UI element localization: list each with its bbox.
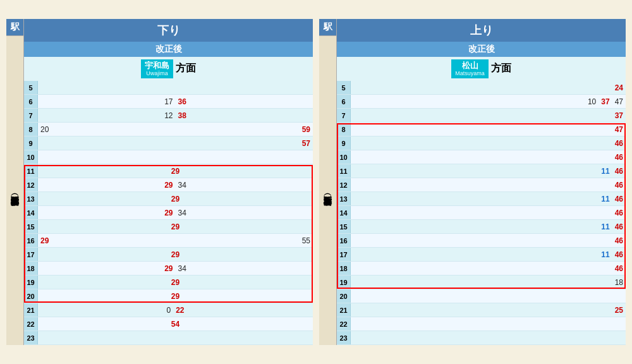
minutes-cell: 29 [38, 292, 313, 301]
right-destination-box: 松山 Matsuyama [451, 59, 489, 78]
minutes-cell: 1146 [351, 167, 626, 176]
table-row: 21022 [24, 303, 313, 317]
table-row: 2029 [24, 289, 313, 303]
minute-value: 47 [615, 97, 623, 106]
left-destination-ruby: Uwajima [146, 70, 168, 77]
hour-cell: 5 [337, 81, 351, 94]
table-row: 23 [337, 331, 626, 345]
left-direction-header: 下り [24, 19, 313, 42]
minute-value: 29 [171, 195, 179, 203]
table-row: 1646 [337, 234, 626, 248]
hour-cell: 11 [337, 164, 351, 178]
hour-cell: 10 [337, 150, 351, 164]
table-row: 171146 [337, 248, 626, 262]
minute-value: 11 [601, 222, 609, 231]
minute-value: 57 [302, 139, 310, 148]
minute-value: 11 [601, 195, 609, 203]
hour-cell: 18 [24, 262, 38, 275]
hour-cell: 9 [337, 136, 351, 150]
minutes-cell: 46 [351, 264, 626, 273]
left-revision-header: 改正後 [24, 42, 313, 57]
left-timetable: 5617367123882059957101129122934132914293… [24, 81, 313, 345]
minutes-cell: 46 [351, 153, 626, 162]
minutes-cell: 29 [38, 250, 313, 259]
minute-value: 11 [601, 167, 609, 176]
left-station-header-label: 駅 [6, 19, 23, 36]
hour-cell: 12 [337, 178, 351, 191]
hour-cell: 8 [24, 123, 38, 136]
minute-value: 24 [615, 83, 623, 92]
hour-cell: 23 [337, 331, 351, 344]
minute-value: 18 [615, 278, 623, 287]
table-row: 23 [24, 331, 313, 345]
table-row: 71238 [24, 109, 313, 123]
minute-value: 20 [40, 125, 49, 134]
minute-value: 29 [171, 278, 179, 287]
hour-cell: 16 [24, 234, 38, 247]
hour-cell: 10 [24, 150, 38, 164]
table-row: 6103747 [337, 95, 626, 109]
minutes-cell: 2934 [38, 181, 313, 190]
hour-cell: 9 [24, 136, 38, 150]
right-panel: 駅 宇和島駅（松山方面） 上り 改正後 松山 Matsuyama 方面 5246… [319, 19, 626, 345]
hour-cell: 20 [24, 289, 38, 303]
left-destination-box: 宇和島 Uwajima [141, 59, 173, 78]
minute-value: 34 [178, 209, 186, 217]
table-row: 131146 [337, 192, 626, 206]
hour-cell: 19 [24, 276, 38, 289]
minutes-cell: 18 [351, 278, 626, 287]
table-row: 20 [337, 289, 626, 303]
hour-cell: 21 [24, 303, 38, 317]
table-row: 1918 [337, 276, 626, 289]
minute-value: 29 [164, 264, 173, 273]
minute-value: 29 [171, 250, 179, 259]
hour-cell: 11 [24, 164, 38, 178]
minutes-cell: 1146 [351, 250, 626, 259]
minutes-cell: 1146 [351, 195, 626, 203]
table-row: 847 [337, 123, 626, 136]
minute-value: 22 [176, 306, 184, 315]
hour-cell: 19 [337, 276, 351, 289]
minutes-cell: 46 [351, 236, 626, 245]
minute-value: 46 [615, 153, 623, 162]
minute-value: 38 [178, 111, 186, 120]
minutes-cell: 29 [38, 278, 313, 287]
minutes-cell: 2059 [38, 125, 313, 134]
minutes-cell: 46 [351, 181, 626, 190]
left-station-label: 八幡浜駅（宇和島方面） [6, 36, 23, 345]
table-row: 82059 [24, 123, 313, 136]
minute-value: 29 [164, 181, 173, 190]
table-row: 162955 [24, 234, 313, 248]
minute-value: 12 [164, 111, 173, 120]
right-destination-row: 松山 Matsuyama 方面 [337, 57, 626, 81]
minute-value: 29 [164, 209, 173, 217]
table-row: 122934 [24, 178, 313, 192]
table-row: 61736 [24, 95, 313, 109]
hour-cell: 21 [337, 303, 351, 317]
minutes-cell: 24 [351, 83, 626, 92]
hour-cell: 20 [337, 289, 351, 303]
table-row: 1329 [24, 192, 313, 206]
table-row: 737 [337, 109, 626, 123]
minutes-cell: 47 [351, 125, 626, 134]
minute-value: 59 [302, 125, 310, 134]
table-row: 22 [337, 317, 626, 331]
table-row: 2125 [337, 303, 626, 317]
left-table-wrapper: 下り 改正後 宇和島 Uwajima 方面 561736712388205995… [24, 19, 313, 345]
hour-cell: 14 [337, 206, 351, 219]
table-row: 957 [24, 136, 313, 150]
minutes-cell: 1238 [38, 111, 313, 120]
minute-value: 36 [178, 97, 186, 106]
hour-cell: 13 [337, 192, 351, 205]
minutes-cell: 46 [351, 139, 626, 148]
table-row: 1529 [24, 220, 313, 234]
minute-value: 29 [171, 167, 179, 176]
minutes-cell: 25 [351, 306, 626, 315]
minutes-cell: 022 [38, 306, 313, 315]
minutes-cell: 29 [38, 222, 313, 231]
minute-value: 46 [615, 264, 623, 273]
minute-value: 46 [615, 181, 623, 190]
minute-value: 37 [615, 111, 623, 120]
minute-value: 46 [615, 222, 623, 231]
table-row: 1846 [337, 262, 626, 276]
